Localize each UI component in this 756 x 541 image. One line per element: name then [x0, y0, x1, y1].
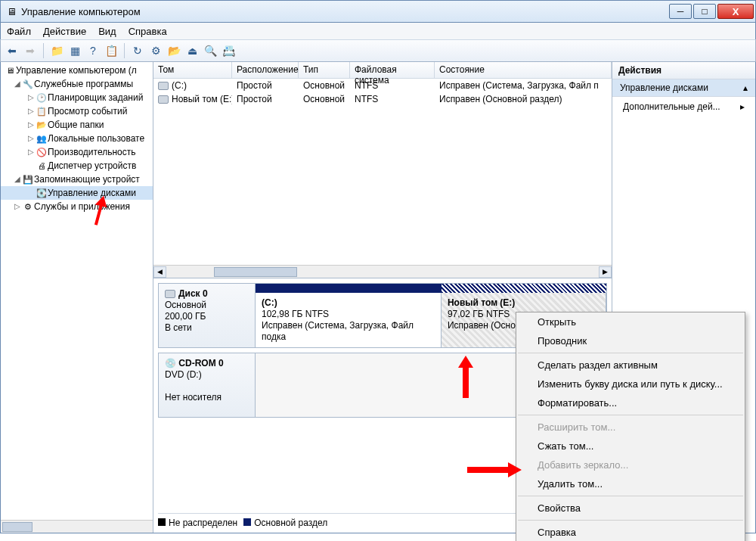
tree-event-viewer[interactable]: ▷📋Просмотр событий	[1, 104, 153, 118]
list-button[interactable]: 📇	[220, 42, 237, 59]
forward-button[interactable]: ➡	[22, 42, 39, 59]
ctx-make-active[interactable]: Сделать раздел активным	[516, 356, 745, 375]
col-layout[interactable]: Расположение	[232, 62, 299, 78]
back-button[interactable]: ⬅	[4, 42, 20, 59]
cdrom-label[interactable]: 💿 CD-ROM 0 DVD (D:) Нет носителя	[159, 353, 256, 417]
eject-button[interactable]: ⏏	[184, 42, 200, 59]
tree-system-tools[interactable]: ◢🔧Служебные программы	[1, 77, 153, 91]
ctx-delete-volume[interactable]: Удалить том...	[516, 474, 745, 493]
tree-shared-folders[interactable]: ▷📂Общие папки	[1, 118, 153, 132]
ctx-shrink[interactable]: Сжать том...	[516, 437, 745, 455]
refresh-button[interactable]: ↻	[129, 42, 146, 59]
tree-hscrollbar[interactable]	[1, 520, 153, 533]
ctx-properties[interactable]: Свойства	[516, 499, 745, 518]
list-header: Том Расположение Тип Файловая система Со…	[153, 62, 612, 79]
tree-pane: 🖥Управление компьютером (л ◢🔧Служебные п…	[1, 62, 153, 533]
tree-root[interactable]: 🖥Управление компьютером (л	[1, 64, 153, 77]
settings-button[interactable]: 📂	[166, 42, 182, 59]
ctx-explorer[interactable]: Проводник	[516, 331, 745, 350]
col-type[interactable]: Тип	[299, 62, 350, 78]
search-button[interactable]: 🔍	[202, 42, 218, 59]
tree-services-apps[interactable]: ▷⚙Службы и приложения	[1, 200, 153, 213]
tree-local-users[interactable]: ▷👥Локальные пользовате	[1, 132, 153, 145]
menu-bar: Файл Действие Вид Справка	[0, 23, 756, 39]
actions-section[interactable]: Управление дисками▴	[612, 79, 755, 97]
rescan-button[interactable]: ⚙	[147, 42, 164, 59]
chevron-right-icon: ▸	[740, 101, 745, 112]
list-hscrollbar[interactable]: ◀▶	[153, 265, 612, 278]
disk-0-label[interactable]: Диск 0 Основной 200,00 ГБ В сети	[159, 284, 256, 347]
menu-action[interactable]: Действие	[43, 26, 86, 37]
properties-button[interactable]: ?	[85, 42, 101, 59]
ctx-open[interactable]: Открыть	[516, 312, 745, 331]
svg-marker-2	[467, 462, 522, 477]
volume-list: Том Расположение Тип Файловая система Со…	[153, 62, 612, 278]
col-fs[interactable]: Файловая система	[350, 62, 435, 78]
toolbar: ⬅ ➡ 📁 ▦ ? 📋 ↻ ⚙ 📂 ⏏ 🔍 📇	[0, 39, 756, 62]
list-row[interactable]: (C:)ПростойОсновнойNTFSИсправен (Система…	[153, 79, 612, 92]
maximize-button[interactable]: □	[693, 4, 716, 19]
menu-view[interactable]: Вид	[98, 26, 116, 37]
ctx-format[interactable]: Форматировать...	[516, 393, 745, 412]
annotation-arrow-2	[451, 356, 481, 398]
minimize-button[interactable]: ─	[669, 4, 692, 19]
tree-task-scheduler[interactable]: ▷🕑Планировщик заданий	[1, 91, 153, 104]
up-button[interactable]: 📁	[48, 42, 65, 59]
tree-storage[interactable]: ◢💾Запоминающие устройст	[1, 173, 153, 186]
close-button[interactable]: X	[717, 4, 754, 19]
ctx-help[interactable]: Справка	[516, 523, 745, 541]
svg-marker-1	[458, 356, 473, 398]
help-button[interactable]: 📋	[103, 42, 119, 59]
context-menu: Открыть Проводник Сделать раздел активны…	[516, 312, 745, 541]
svg-marker-0	[90, 195, 110, 225]
ctx-extend: Расширить том...	[516, 418, 745, 437]
partition-c[interactable]: (C:) 102,98 ГБ NTFS Исправен (Система, З…	[256, 293, 442, 347]
tree-performance[interactable]: ▷🚫Производительность	[1, 145, 153, 159]
title-bar: 🖥 Управление компьютером ─ □ X	[0, 0, 756, 23]
list-row[interactable]: Новый том (E:)ПростойОсновнойNTFSИсправе…	[153, 92, 612, 106]
actions-more[interactable]: Дополнительные дей...▸	[612, 97, 755, 117]
col-volume[interactable]: Том	[153, 62, 232, 78]
annotation-arrow-1	[85, 195, 115, 225]
tree-device-manager[interactable]: 🖨Диспетчер устройств	[1, 159, 153, 173]
ctx-mirror: Добавить зеркало...	[516, 455, 745, 474]
menu-help[interactable]: Справка	[129, 26, 167, 37]
col-status[interactable]: Состояние	[435, 62, 612, 78]
collapse-icon: ▴	[743, 82, 748, 93]
app-icon: 🖥	[7, 6, 17, 17]
disk-icon	[165, 290, 175, 298]
cdrom-icon: 💿	[165, 358, 176, 368]
tree-disk-management[interactable]: 💽Управление дисками	[1, 186, 153, 200]
ctx-change-letter[interactable]: Изменить букву диска или путь к диску...	[516, 375, 745, 393]
menu-file[interactable]: Файл	[7, 26, 31, 37]
window-title: Управление компьютером	[21, 6, 669, 17]
annotation-arrow-3	[467, 461, 522, 479]
actions-title: Действия	[612, 62, 755, 79]
show-hide-tree-button[interactable]: ▦	[67, 42, 83, 59]
